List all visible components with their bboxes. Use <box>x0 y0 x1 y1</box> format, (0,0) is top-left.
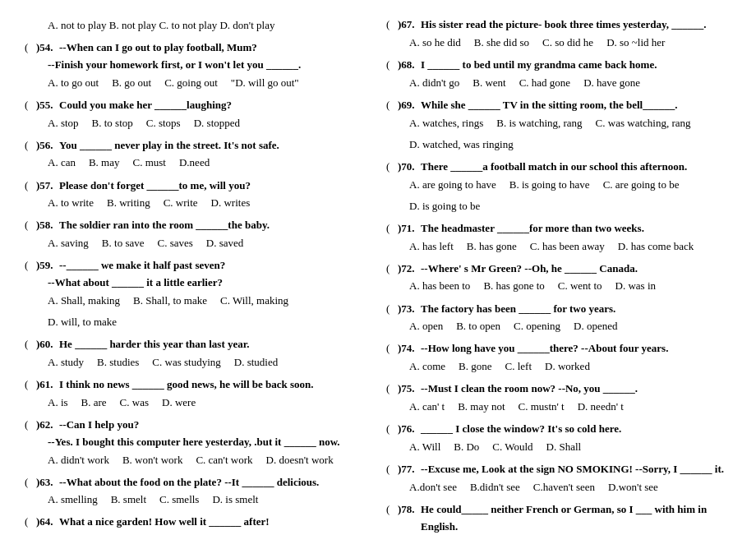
option-item: A.don't see <box>409 478 457 496</box>
option-item: D. has come back <box>618 238 694 256</box>
options-line: A. didn't goB. wentC. had goneD. have go… <box>386 74 731 92</box>
option-item: C. is looked <box>168 531 219 535</box>
option-item: B.didn't see <box>470 478 520 496</box>
q-number: )60. <box>36 336 59 353</box>
option-item: A. has looked <box>48 531 107 535</box>
q-paren: ( <box>386 421 398 438</box>
question-line: ()55.Could you make her ______laughing? <box>25 97 370 114</box>
options-line: A. studyB. studiesC. was studyingD. stud… <box>25 353 370 371</box>
q-text: --______ we make it half past seven? <box>59 257 370 274</box>
option-item: A. Will <box>409 438 440 456</box>
option-item: D. Shall <box>546 438 582 456</box>
sub-question-line: --What about ______ it a little earlier? <box>25 274 370 292</box>
option-item: D. is going to be <box>409 197 480 215</box>
option-item: D. watched, was ringing <box>409 136 514 154</box>
q-text: ______ I close the window? It's so cold … <box>421 421 731 438</box>
q-number: )78. <box>398 501 421 519</box>
option-item: D. will, to make <box>48 313 117 331</box>
question-block: ()55.Could you make her ______laughing?A… <box>25 97 370 132</box>
q-number: )57. <box>36 178 59 195</box>
right-column: ()67.His sister read the picture- book t… <box>386 16 731 535</box>
q-number: )56. <box>36 137 59 155</box>
option-item: C. had gone <box>519 74 570 92</box>
option-item: B. smelt <box>111 491 146 509</box>
q-text: He ______ harder this year than last yea… <box>59 336 370 353</box>
note-line: A. not to play B. not play C. to not pla… <box>25 16 370 35</box>
option-item: D.need <box>179 154 210 172</box>
question-block: ()72.--Where' s Mr Green? --Oh, he _____… <box>386 261 731 296</box>
page-container: A. not to play B. not play C. to not pla… <box>25 16 731 535</box>
q-number: )55. <box>36 97 59 114</box>
question-line: ()78.He could_____ neither French or Ger… <box>386 501 731 535</box>
options-line: A. has lookedB. looksC. is lookedD. is l… <box>25 531 370 535</box>
question-block: ()76.______ I close the window? It's so … <box>386 421 731 456</box>
q-text: You ______ never play in the street. It'… <box>59 137 370 155</box>
option-item: D. is smelt <box>212 491 258 509</box>
q-paren: ( <box>386 340 398 357</box>
option-item: C. was studying <box>152 353 220 371</box>
question-line: ()77.--Excuse me, Look at the sign NO SM… <box>386 461 731 478</box>
option-item: A. to write <box>48 194 94 212</box>
option-item: D. writes <box>211 194 251 212</box>
option-item: B. writing <box>107 194 150 212</box>
q-text: What a nice garden! How well it ______ a… <box>59 514 370 531</box>
sub-question-line: --Yes. I bought this computer here yeste… <box>25 434 370 451</box>
option-item: C. Would <box>492 438 532 456</box>
question-line: ()74.--How long have you ______there? --… <box>386 340 731 357</box>
sub-question-line: --Finish your homework first, or I won't… <box>25 57 370 74</box>
q-number: )69. <box>398 97 421 114</box>
option-item: A. come <box>409 357 445 376</box>
q-text: --Can I help you? <box>59 417 370 434</box>
options-line: A. are going to haveB. is going to haveC… <box>386 176 731 215</box>
option-item: A. didn't work <box>48 451 109 469</box>
options-line: A. savingB. to saveC. savesD. saved <box>25 234 370 252</box>
options-line: A. smellingB. smeltC. smellsD. is smelt <box>25 491 370 509</box>
q-text: --Where' s Mr Green? --Oh, he ______ Can… <box>421 261 731 278</box>
q-paren: ( <box>25 217 36 234</box>
question-block: ()67.His sister read the picture- book t… <box>386 16 731 52</box>
q-paren: ( <box>25 39 36 57</box>
question-line: ()59.--______ we make it half past seven… <box>25 257 370 274</box>
q-text: The factory has been ______ for two year… <box>421 301 731 318</box>
q-text: I ______ to bed until my grandma came ba… <box>421 57 731 74</box>
q-text: --Excuse me, Look at the sign NO SMOKING… <box>421 461 731 478</box>
q-paren: ( <box>25 417 36 434</box>
option-item: B. looks <box>120 531 155 535</box>
question-line: ()72.--Where' s Mr Green? --Oh, he _____… <box>386 261 731 278</box>
option-item: B. studies <box>97 353 139 371</box>
option-item: A. Shall, making <box>48 292 120 310</box>
q-text: There ______a football match in our scho… <box>421 159 731 176</box>
option-item: D. so ~lid her <box>606 34 665 52</box>
options-line: A. watches, ringsB. is watching, rangC. … <box>386 114 731 154</box>
question-block: ()63.--What about the food on the plate?… <box>25 474 370 510</box>
option-item: C.haven't seen <box>533 478 595 496</box>
option-item: A. study <box>48 353 84 371</box>
q-paren: ( <box>386 57 398 74</box>
q-text: --When can I go out to play football, Mu… <box>59 39 370 57</box>
option-item: B. has gone <box>467 238 517 256</box>
options-line: A. has been toB. has gone toC. went toD.… <box>386 277 731 295</box>
question-line: ()68.I ______ to bed until my grandma ca… <box>386 57 731 74</box>
question-line: ()71.The headmaster ______for more than … <box>386 220 731 238</box>
q-number: )58. <box>36 217 59 234</box>
option-item: B. won't work <box>122 451 182 469</box>
option-item: C. went to <box>558 277 602 295</box>
options-line: A. Shall, makingB. Shall, to makeC. Will… <box>25 292 370 331</box>
option-item: D. have gone <box>583 74 640 92</box>
option-item: A. didn't go <box>409 74 459 92</box>
q-number: )72. <box>398 261 421 278</box>
q-paren: ( <box>386 97 398 114</box>
question-block: ()70.There ______a football match in our… <box>386 159 731 215</box>
option-item: C. can't work <box>196 451 252 469</box>
question-line: ()60.He ______ harder this year than las… <box>25 336 370 353</box>
q-text: --Must I clean the room now? --No, you _… <box>421 380 731 398</box>
question-block: ()71.The headmaster ______for more than … <box>386 220 731 256</box>
question-line: ()54.--When can I go out to play footbal… <box>25 39 370 57</box>
options-line: A. openB. to openC. openingD. opened <box>386 317 731 335</box>
q-number: )70. <box>398 159 421 176</box>
question-block: ()77.--Excuse me, Look at the sign NO SM… <box>386 461 731 496</box>
question-block: ()62.--Can I help you?--Yes. I bought th… <box>25 417 370 469</box>
option-item: D. opened <box>574 317 617 335</box>
q-paren: ( <box>386 261 398 278</box>
question-line: ()62.--Can I help you? <box>25 417 370 434</box>
